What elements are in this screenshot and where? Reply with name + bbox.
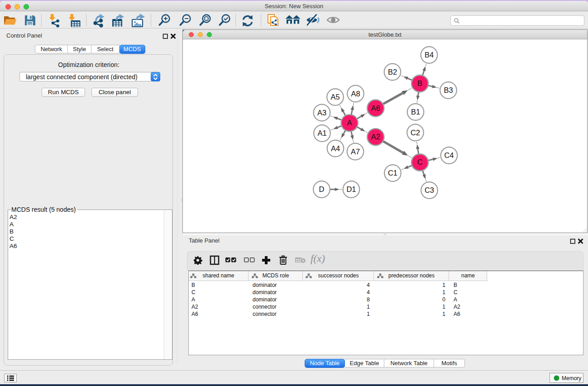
svg-text:C: C — [417, 158, 423, 166]
svg-text:C1: C1 — [388, 169, 397, 177]
svg-text:A1: A1 — [317, 129, 326, 137]
svg-text:A7: A7 — [351, 148, 360, 156]
svg-text:A5: A5 — [330, 93, 339, 101]
svg-text:A: A — [347, 119, 352, 127]
svg-text:A4: A4 — [331, 144, 340, 152]
svg-text:A6: A6 — [371, 104, 380, 112]
svg-text:B1: B1 — [411, 108, 420, 116]
svg-text:C4: C4 — [444, 151, 454, 159]
svg-text:B: B — [417, 79, 422, 87]
svg-text:B2: B2 — [388, 68, 397, 76]
svg-text:B3: B3 — [444, 86, 453, 94]
svg-text:A3: A3 — [317, 109, 326, 117]
svg-text:B4: B4 — [425, 51, 434, 59]
svg-text:C3: C3 — [425, 186, 434, 194]
svg-text:A8: A8 — [351, 90, 360, 98]
svg-text:C2: C2 — [411, 129, 420, 137]
svg-text:D: D — [319, 185, 325, 193]
svg-text:D1: D1 — [346, 185, 356, 193]
svg-text:A2: A2 — [371, 133, 380, 141]
